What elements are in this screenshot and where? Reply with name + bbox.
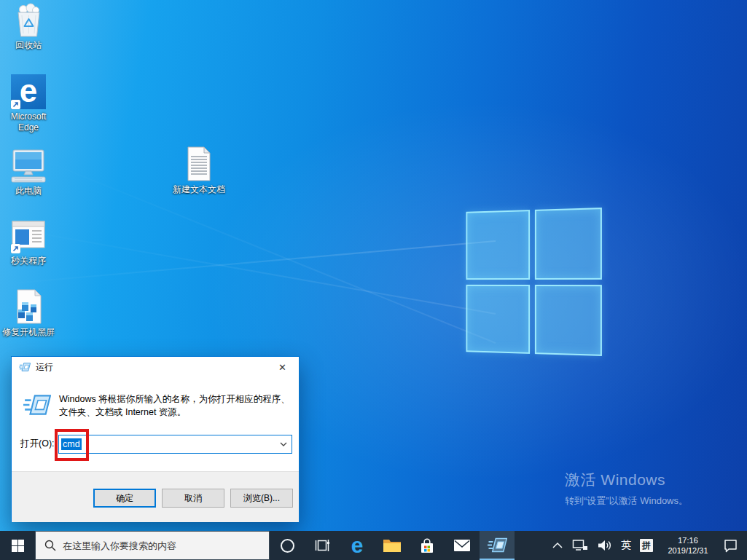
search-icon — [44, 540, 56, 551]
search-input[interactable] — [63, 540, 269, 551]
task-view-button[interactable] — [305, 531, 340, 560]
tray-time: 17:16 — [662, 535, 714, 545]
recycle-bin-icon — [12, 3, 44, 38]
mail-button[interactable] — [445, 531, 480, 560]
desktop-icon-recycle-bin[interactable]: 回收站 — [0, 3, 57, 51]
task-view-icon — [314, 537, 330, 553]
action-center-button[interactable] — [719, 531, 743, 560]
desktop-icon-label: 新建文本文档 — [173, 184, 225, 195]
run-dialog-message: Windows 将根据你所输入的名称，为你打开相应的程序、 文件夹、文档或 In… — [59, 393, 294, 419]
run-dialog-title: 运行 — [36, 361, 53, 374]
chevron-down-icon[interactable] — [277, 435, 290, 453]
watermark-title: 激活 Windows — [565, 470, 688, 490]
mail-icon — [453, 539, 471, 552]
tray-language-indicator[interactable]: 英 — [617, 531, 635, 560]
ok-button[interactable]: 确定 — [93, 489, 156, 508]
run-icon — [488, 537, 507, 553]
start-button[interactable] — [0, 531, 35, 560]
desktop-icon-quick-close-program[interactable]: 秒关程序 — [0, 220, 57, 267]
volume-icon — [597, 539, 612, 552]
taskbar: e — [0, 531, 747, 560]
text-document-icon — [184, 146, 214, 182]
windows-logo-pane — [534, 285, 602, 356]
run-icon — [19, 362, 31, 372]
desktop-icon-label: 回收站 — [15, 40, 42, 51]
watermark-subtitle: 转到“设置”以激活 Windows。 — [565, 494, 688, 508]
desktop-icon-label: 修复开机黑屏 — [2, 327, 55, 338]
tray-ime-indicator[interactable]: 拼 — [635, 531, 657, 560]
desktop-icon-label: Microsoft Edge — [3, 111, 54, 133]
tray-network[interactable] — [568, 531, 592, 560]
chevron-up-icon — [552, 542, 563, 549]
file-explorer-button[interactable] — [375, 531, 410, 560]
browse-button[interactable]: 浏览(B)... — [230, 489, 293, 508]
run-input-combobox[interactable]: cmd — [58, 435, 292, 454]
ime-pinyin-icon: 拼 — [640, 539, 653, 552]
edge-button[interactable]: e — [340, 531, 375, 560]
desktop-icon-new-text-document[interactable]: 新建文本文档 — [171, 146, 227, 195]
run-icon — [23, 393, 51, 417]
desktop-icon-label: 秒关程序 — [11, 256, 46, 267]
file-explorer-icon — [383, 537, 402, 553]
windows-logo-pane — [466, 210, 529, 279]
desktop-icon-this-pc[interactable]: 此电脑 — [0, 149, 57, 197]
taskbar-search-box[interactable] — [35, 531, 270, 560]
tray-volume[interactable] — [592, 531, 617, 560]
network-icon — [572, 539, 588, 552]
registry-file-icon — [12, 288, 44, 325]
desktop-icon-microsoft-edge[interactable]: e Microsoft Edge — [0, 74, 57, 133]
windows-start-icon — [12, 540, 24, 552]
cortana-button[interactable] — [270, 531, 305, 560]
action-center-icon — [723, 538, 738, 553]
this-pc-icon — [8, 149, 49, 184]
windows-logo-pane — [466, 284, 529, 353]
run-dialog-titlebar[interactable]: 运行 ✕ — [12, 357, 299, 377]
desktop: 回收站 e Microsoft Edge 此电脑 — [0, 0, 747, 560]
desktop-icon-fix-boot-black-screen[interactable]: 修复开机黑屏 — [0, 288, 57, 338]
cortana-icon — [281, 539, 294, 553]
tray-clock[interactable]: 17:16 2019/12/31 — [657, 531, 719, 560]
red-highlight-annotation — [55, 429, 89, 461]
run-taskbar-button[interactable] — [480, 531, 515, 560]
desktop-icon-label: 此电脑 — [15, 186, 42, 197]
tray-chevron-up[interactable] — [547, 531, 568, 560]
open-label: 打开(O): — [20, 438, 55, 450]
edge-icon: e — [351, 535, 364, 556]
cancel-button[interactable]: 取消 — [162, 489, 224, 508]
shortcut-arrow-icon — [11, 100, 20, 109]
windows-logo-pane — [534, 208, 602, 279]
activate-windows-watermark: 激活 Windows 转到“设置”以激活 Windows。 — [565, 470, 688, 508]
close-icon[interactable]: ✕ — [266, 357, 299, 377]
store-button[interactable] — [410, 531, 445, 560]
store-icon — [419, 537, 435, 554]
tray-date: 2019/12/31 — [662, 545, 714, 556]
windows-logo — [466, 208, 601, 356]
edge-icon: e — [11, 74, 46, 109]
shortcut-arrow-icon — [11, 244, 20, 253]
system-tray: 英 拼 17:16 2019/12/31 — [547, 531, 747, 560]
